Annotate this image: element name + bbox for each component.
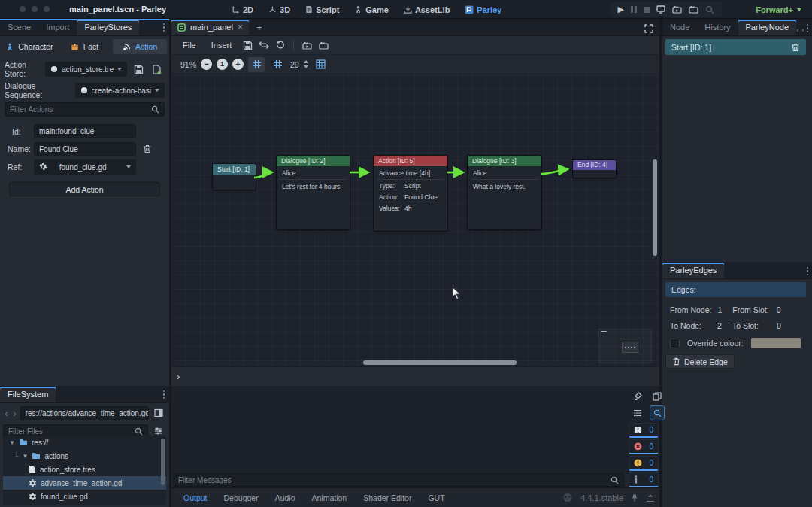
tree-item-found-clue[interactable]: found_clue.gd (3, 490, 166, 503)
graph-node-action-5[interactable]: Action [ID: 5] Advance time [4h] Type:Sc… (374, 156, 447, 231)
tab-audio[interactable]: Audio (268, 493, 303, 502)
dock-menu-icon[interactable] (163, 390, 165, 399)
delete-edge-button[interactable]: Delete Edge (665, 354, 735, 369)
menu-file[interactable]: File (176, 41, 203, 50)
remote-debug-icon[interactable] (656, 5, 665, 14)
tree-item-res[interactable]: ▼ res:// (3, 436, 166, 449)
tab-import[interactable]: Import (38, 20, 77, 35)
zoom-out-button[interactable]: − (201, 59, 212, 70)
tree-item-action-store[interactable]: action_store.tres (3, 463, 166, 476)
ref-dropdown[interactable]: found_clue.gd (34, 159, 136, 175)
id-field[interactable] (34, 124, 136, 138)
zoom-in-button[interactable]: + (232, 59, 244, 70)
pin-panel-icon[interactable] (631, 493, 638, 502)
output-log-area[interactable] (171, 386, 659, 472)
workspace-tab-assetlib[interactable]: AssetLib (398, 0, 456, 19)
graph-node-end[interactable]: End [ID: 4] (573, 160, 616, 178)
copy-output-icon[interactable] (650, 389, 665, 404)
play-scene-button[interactable] (672, 5, 682, 14)
expander-icon[interactable]: ▼ (9, 439, 15, 446)
snap-toggle-icon[interactable] (248, 57, 265, 72)
override-colour-checkbox[interactable] (670, 339, 680, 348)
split-view-icon[interactable] (151, 405, 166, 420)
subtab-character[interactable]: Character (2, 39, 56, 54)
workspace-tab-parley[interactable]: Parley (459, 0, 508, 19)
next-tab-icon[interactable]: › (801, 25, 804, 35)
back-icon[interactable]: ‹ (3, 408, 9, 418)
test-dialogue-icon[interactable] (299, 38, 314, 53)
search-output-icon[interactable] (650, 405, 665, 420)
window-zoom-button[interactable] (44, 6, 50, 12)
tab-debugger[interactable]: Debugger (217, 493, 266, 502)
expander-icon[interactable]: ▼ (22, 453, 28, 460)
expand-dock-icon[interactable]: › (177, 371, 180, 382)
minimap-toggle-icon[interactable] (313, 57, 329, 72)
renderer-dropdown[interactable]: Forward+ (756, 0, 801, 19)
grid-toggle-icon[interactable] (269, 57, 286, 72)
stop-button[interactable] (644, 7, 650, 13)
info-count-toggle[interactable]: 0 (629, 472, 659, 487)
dock-menu-icon[interactable] (163, 23, 165, 32)
dock-menu-icon[interactable] (807, 267, 809, 276)
new-tab-button[interactable]: + (249, 20, 270, 35)
expand-panel-icon[interactable] (646, 493, 655, 502)
save-store-button[interactable] (131, 62, 146, 77)
tab-output[interactable]: Output (176, 493, 215, 502)
clear-output-icon[interactable] (630, 389, 645, 404)
filter-messages-input[interactable]: Filter Messages (173, 473, 624, 487)
tree-item-actions[interactable]: └ ▼ actions (3, 449, 166, 463)
add-action-button[interactable]: Add Action (9, 182, 160, 196)
dock-menu-icon[interactable] (807, 24, 809, 33)
tab-parleyedges[interactable]: ParleyEdges (662, 263, 724, 278)
filesystem-scrollbar[interactable] (161, 439, 165, 502)
save-icon[interactable] (240, 38, 255, 53)
name-field[interactable] (34, 142, 136, 156)
tree-item-advance-time-action[interactable]: advance_time_action.gd (3, 476, 166, 490)
forward-icon[interactable]: › (11, 408, 17, 418)
warning-count-toggle[interactable]: 0 (629, 456, 659, 471)
tab-parleystores[interactable]: ParleyStores (77, 20, 139, 35)
test-dialogue-from-node-icon[interactable] (316, 38, 331, 53)
log-count-toggle[interactable]: 0 (629, 423, 659, 438)
window-close-button[interactable] (20, 6, 26, 12)
play-button[interactable]: ▶ (618, 5, 624, 14)
scene-tab-main-panel[interactable]: main_panel × (171, 20, 249, 35)
tab-history[interactable]: History (697, 20, 738, 35)
prev-tab-icon[interactable]: ‹ (796, 25, 799, 35)
canvas-horizontal-scrollbar[interactable] (171, 360, 659, 365)
tab-gut[interactable]: GUT (420, 493, 452, 502)
tab-parleynode[interactable]: ParleyNode (738, 20, 796, 35)
workspace-tab-game[interactable]: Game (348, 0, 395, 19)
grid-size-value[interactable]: 20 (290, 60, 299, 69)
tab-shader-editor[interactable]: Shader Editor (356, 493, 419, 502)
movie-maker-icon[interactable] (705, 5, 714, 14)
subtab-fact[interactable]: Fact (58, 39, 112, 54)
play-custom-scene-button[interactable] (689, 5, 698, 14)
subtab-action[interactable]: Action (113, 39, 167, 54)
colour-swatch[interactable] (751, 338, 801, 348)
close-icon[interactable]: × (238, 20, 243, 35)
error-count-toggle[interactable]: 0 (629, 439, 659, 454)
action-store-dropdown[interactable]: action_store.tre (45, 62, 127, 77)
graph-node-dialogue-3[interactable]: Dialogue [ID: 3] Alice What a lovely res… (468, 156, 541, 229)
collapse-all-icon[interactable] (630, 405, 645, 420)
zoom-reset-button[interactable]: 1 (217, 59, 228, 70)
new-store-button[interactable] (150, 62, 165, 77)
dialogue-sequence-dropdown[interactable]: create-action-basi (75, 83, 165, 98)
distraction-free-icon[interactable] (641, 21, 656, 36)
workspace-tab-2d[interactable]: 2D (226, 0, 259, 19)
filter-actions-input[interactable]: Filter Actions (5, 102, 165, 117)
workspace-tab-3d[interactable]: 3D (262, 0, 296, 19)
tab-scene[interactable]: Scene (0, 20, 38, 35)
tab-node[interactable]: Node (662, 20, 697, 35)
trash-icon[interactable] (791, 43, 800, 52)
graph-node-dialogue-2[interactable]: Dialogue [ID: 2] Alice Let's rest for 4 … (277, 156, 350, 229)
graph-canvas[interactable]: Start [ID: 1] Dialogue [ID: 2] Alice Let… (171, 74, 659, 366)
workspace-tab-script[interactable]: Script (299, 0, 345, 19)
refresh-icon[interactable] (273, 38, 288, 53)
window-minimize-button[interactable] (32, 6, 38, 12)
import-export-icon[interactable] (256, 38, 271, 53)
menu-insert[interactable]: Insert (205, 41, 239, 50)
tab-animation[interactable]: Animation (304, 493, 355, 502)
graph-node-start[interactable]: Start [ID: 1] (213, 164, 256, 190)
